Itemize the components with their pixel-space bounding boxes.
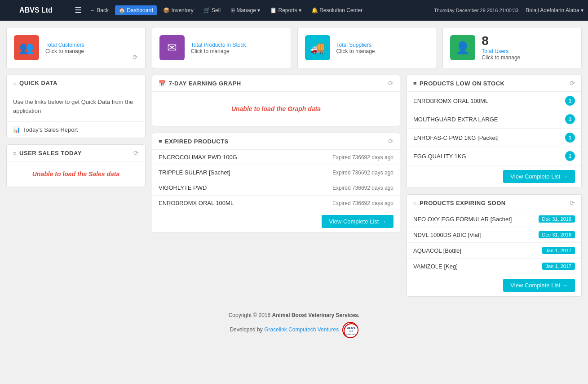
- earning-graph-title: 📅 7-DAY EARNING GRAPH: [159, 80, 241, 87]
- suppliers-text: Total Suppliers Click to manage: [336, 41, 375, 54]
- suppliers-label: Total Suppliers: [336, 42, 375, 48]
- nav-dashboard[interactable]: 🏠 Dashboard: [115, 5, 157, 15]
- list-item: ENROFAS-C PWD 1KG [Packet] 1: [407, 129, 581, 147]
- list-item: EGG QUALITY 1KG 1: [407, 147, 581, 165]
- expired-products-refresh-icon[interactable]: ⟳: [388, 138, 393, 145]
- expiring-soon-title: ≡ PRODUCTS EXPIRING SOON: [413, 200, 506, 206]
- expiring-soon-list: NEO OXY EGG FORMULAR [Sachet] Dec 31, 20…: [407, 211, 581, 274]
- list-item: NEO OXY EGG FORMULAR [Sachet] Dec 31, 20…: [407, 211, 581, 227]
- hamburger-icon[interactable]: ☰: [75, 5, 82, 15]
- quick-data-header: ≡ QUICK DATA: [7, 75, 145, 91]
- expiring-soon-refresh-icon[interactable]: ⟳: [570, 199, 575, 206]
- customers-label: Total Customers: [45, 42, 84, 48]
- right-column: ≡ PRODUCTS LOW ON STOCK ⟳ ENROBROMX ORAL…: [407, 75, 582, 297]
- list-icon-5: ≡: [413, 200, 417, 206]
- list-item: VIGORLYTE PWD Expired 736692 days ago: [152, 180, 400, 196]
- nav-manage[interactable]: ⊞ Manage ▾: [227, 5, 264, 15]
- users-icon: 👤: [450, 35, 475, 60]
- stat-card-customers[interactable]: 👥 Total Customers Click to manage ⟳: [6, 27, 146, 68]
- expired-view-complete-btn[interactable]: View Complete List →: [322, 215, 393, 228]
- gracelink-link[interactable]: Gracelink Computech Ventures: [264, 326, 339, 333]
- users-text: 8 Total Users Click to manage: [482, 35, 520, 61]
- datetime: Thursday December 29 2016 21:00:33: [434, 8, 518, 13]
- products-manage: Click to manage: [191, 48, 246, 54]
- customers-refresh-icon[interactable]: ⟳: [133, 54, 138, 61]
- expiring-soon-panel: ≡ PRODUCTS EXPIRING SOON ⟳ NEO OXY EGG F…: [407, 194, 582, 297]
- user-sales-panel: ≡ USER SALES TODAY ⟳ Unable to load the …: [6, 144, 146, 187]
- earning-graph-error: Unable to load the Graph data: [152, 92, 400, 126]
- stat-card-suppliers[interactable]: 🚚 Total Suppliers Click to manage: [297, 27, 437, 68]
- stat-cards-row: 👥 Total Customers Click to manage ⟳ ✉ To…: [6, 27, 582, 68]
- earning-graph-panel: 📅 7-DAY EARNING GRAPH ⟳ Unable to load t…: [152, 75, 400, 126]
- footer: Copyright © 2016 Animal Boost Veterinary…: [0, 303, 588, 347]
- list-item: AQUACOL [Bottle] Jan 1, 2017: [407, 243, 581, 259]
- expiring-soon-header: ≡ PRODUCTS EXPIRING SOON ⟳: [407, 195, 581, 211]
- list-item: MOUTHGUARD EXTRA LARGE 1: [407, 110, 581, 129]
- users-manage: Click to manage: [482, 54, 520, 61]
- svg-text:COMPUTECH: COMPUTECH: [346, 334, 356, 335]
- low-stock-view-complete-btn[interactable]: View Complete List →: [503, 170, 575, 183]
- list-item: TRIPPLE SULFAR [Sachet] Expired 736692 d…: [152, 165, 400, 180]
- products-text: Total Products In Stock Click to manage: [191, 41, 246, 54]
- expiring-view-btn-row: View Complete List →: [407, 274, 581, 296]
- svg-text:LINK: LINK: [349, 330, 353, 332]
- stat-card-users[interactable]: 👤 8 Total Users Click to manage: [442, 27, 582, 68]
- stat-card-products[interactable]: ✉ Total Products In Stock Click to manag…: [152, 27, 291, 68]
- earning-graph-refresh-icon[interactable]: ⟳: [388, 80, 393, 87]
- lower-row: ≡ QUICK DATA Use the links below to get …: [6, 75, 582, 297]
- suppliers-icon: 🚚: [305, 35, 330, 60]
- list-item: ENROBROMX ORAL 100ML Expired 736692 days…: [152, 196, 400, 210]
- users-count: 8: [482, 35, 520, 47]
- expiring-view-complete-btn[interactable]: View Complete List →: [503, 279, 575, 292]
- nav-reports[interactable]: 📋 Reports ▾: [266, 5, 305, 15]
- developed-by-text: Developed by Gracelink Computech Venture…: [9, 322, 579, 338]
- expired-view-btn-row: View Complete List →: [152, 210, 400, 232]
- navbar: ABVS Ltd ☰ ← Back 🏠 Dashboard 📦 Inventor…: [0, 0, 588, 21]
- back-link[interactable]: ← Back: [86, 5, 112, 15]
- customers-manage: Click to manage: [45, 48, 84, 54]
- user-sales-error: Unable to load the Sales data: [7, 161, 145, 187]
- suppliers-manage: Click to manage: [336, 48, 375, 54]
- quick-data-description: Use the links below to get Quick Data fr…: [7, 91, 145, 122]
- customers-text: Total Customers Click to manage: [45, 41, 84, 54]
- user-menu[interactable]: Bolaji Adefolarin Alaba ▾: [526, 7, 584, 13]
- list-item: NDVL 1000DS ABIC [Vial] Dec 31, 2016: [407, 227, 581, 243]
- low-stock-list: ENROBROMX ORAL 100ML 1 MOUTHGUARD EXTRA …: [407, 92, 581, 165]
- bar-chart-icon: 📊: [13, 126, 20, 133]
- left-column: ≡ QUICK DATA Use the links below to get …: [6, 75, 146, 297]
- expired-products-panel: ≡ EXPIRED PRODUCTS ⟳ ENCROCOLIMAX PWD 10…: [152, 133, 400, 233]
- low-stock-header: ≡ PRODUCTS LOW ON STOCK ⟳: [407, 75, 581, 92]
- list-item: ENCROCOLIMAX PWD 100G Expired 736692 day…: [152, 150, 400, 165]
- list-icon-2: ≡: [13, 150, 17, 156]
- svg-text:GRACE: GRACE: [347, 327, 356, 330]
- nav-inventory[interactable]: 📦 Inventory: [159, 5, 197, 15]
- earning-graph-header: 📅 7-DAY EARNING GRAPH ⟳: [152, 75, 400, 92]
- low-stock-panel: ≡ PRODUCTS LOW ON STOCK ⟳ ENROBROMX ORAL…: [407, 75, 582, 188]
- list-icon-4: ≡: [413, 80, 417, 87]
- nav-sell[interactable]: 🛒 Sell: [200, 5, 224, 15]
- user-sales-refresh-icon[interactable]: ⟳: [133, 149, 139, 156]
- low-stock-view-btn-row: View Complete List →: [407, 165, 581, 188]
- list-item: ENROBROMX ORAL 100ML 1: [407, 92, 581, 110]
- list-icon: ≡: [13, 80, 17, 86]
- expired-products-list: ENCROCOLIMAX PWD 100G Expired 736692 day…: [152, 150, 400, 210]
- center-column: 📅 7-DAY EARNING GRAPH ⟳ Unable to load t…: [152, 75, 400, 297]
- sales-report-link[interactable]: 📊 Today's Sales Report: [7, 122, 145, 138]
- products-icon: ✉: [159, 35, 185, 60]
- products-label: Total Products In Stock: [191, 42, 246, 48]
- nav-resolution[interactable]: 🔔 Resolution Center: [308, 5, 366, 15]
- user-sales-header: ≡ USER SALES TODAY ⟳: [7, 145, 145, 161]
- expired-products-title: ≡ EXPIRED PRODUCTS: [159, 138, 229, 145]
- quick-data-panel: ≡ QUICK DATA Use the links below to get …: [6, 75, 146, 138]
- main-content: 👥 Total Customers Click to manage ⟳ ✉ To…: [0, 21, 588, 303]
- users-label: Total Users: [482, 48, 520, 54]
- user-sales-title: ≡ USER SALES TODAY: [13, 150, 82, 156]
- quick-data-title: ≡ QUICK DATA: [13, 80, 57, 86]
- low-stock-refresh-icon[interactable]: ⟳: [570, 80, 575, 87]
- customers-icon: 👥: [14, 35, 39, 60]
- gracelink-logo: GRACE LINK COMPUTECH: [342, 322, 358, 338]
- expired-products-header: ≡ EXPIRED PRODUCTS ⟳: [152, 133, 400, 150]
- list-item: VAMIZOLE [Keg] Jan 1, 2017: [407, 259, 581, 274]
- brand: ABVS Ltd: [4, 6, 67, 14]
- list-icon-3: ≡: [159, 138, 162, 145]
